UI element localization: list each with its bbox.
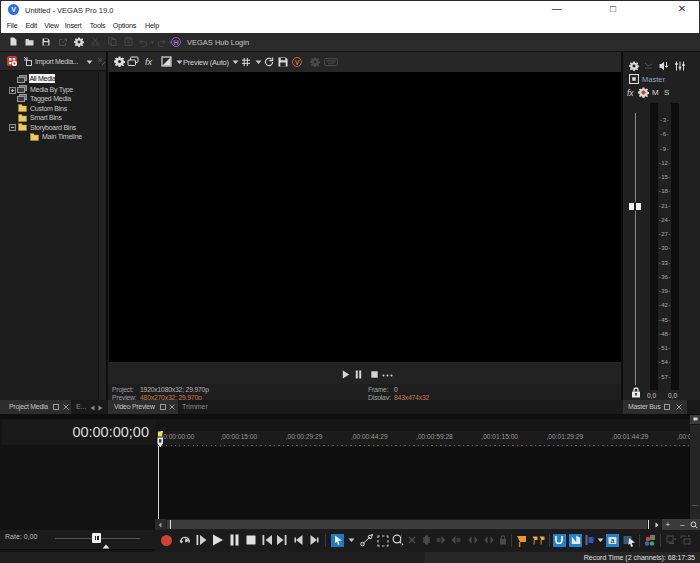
svg-text:a: a — [611, 537, 615, 544]
